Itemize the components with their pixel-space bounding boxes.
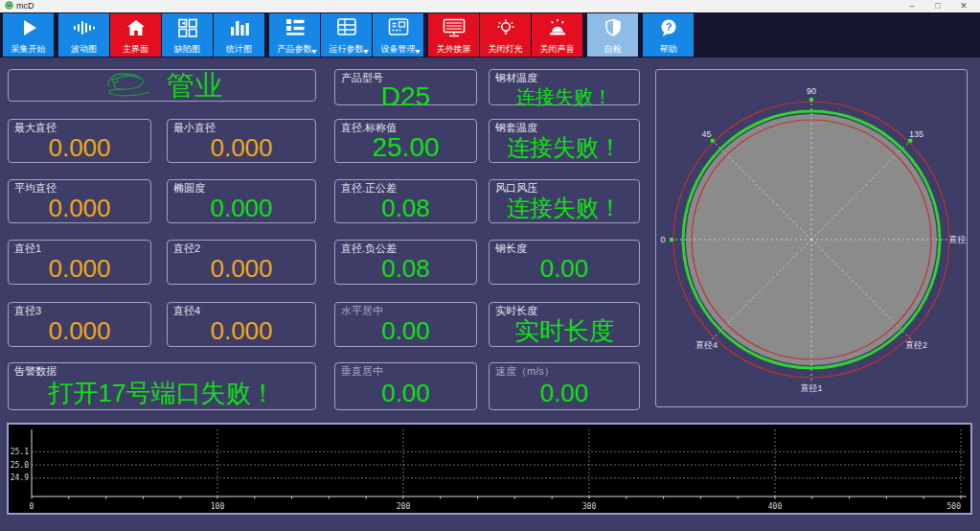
toolbar-button-device-manage[interactable]: 设备管理 xyxy=(373,13,423,57)
svg-text:25.0: 25.0 xyxy=(11,461,29,470)
run-params-icon xyxy=(335,17,358,39)
alarm-message: 打开17号端口失败！ xyxy=(14,378,309,407)
svg-text:100: 100 xyxy=(211,502,225,511)
field-value: 0.08 xyxy=(341,255,470,282)
toolbar-button-collect-start[interactable]: 采集开始 xyxy=(3,13,54,57)
play-icon xyxy=(17,17,40,41)
field-label: 风口风压 xyxy=(495,182,633,195)
window-title: mcD xyxy=(16,0,34,12)
svg-text:?: ? xyxy=(665,21,672,33)
light-bulb-icon xyxy=(494,17,517,41)
field-label: 告警数据 xyxy=(14,365,309,378)
dropdown-caret-icon xyxy=(363,50,369,54)
toolbar-button-self-check[interactable]: 自检 xyxy=(587,13,638,57)
svg-text:25.1: 25.1 xyxy=(11,448,29,456)
minimize-button[interactable]: – xyxy=(906,0,918,12)
field-ovality: 椭圆度 0.000 xyxy=(167,179,316,223)
external-screen-icon xyxy=(442,17,467,41)
svg-text:0: 0 xyxy=(660,235,665,244)
field-vertical-center: 垂直居中 0.00 xyxy=(334,362,477,410)
field-air-pressure: 风口风压 连接失败！ xyxy=(489,179,640,223)
svg-text:400: 400 xyxy=(768,502,783,511)
field-diameter-1: 直径1 0.000 xyxy=(8,240,151,285)
toolbar-button-defect-chart[interactable]: 缺陷图 xyxy=(162,13,213,57)
toolbar-button-stats-chart[interactable]: 统计图 xyxy=(214,13,264,57)
field-product-model: 产品型号 D25 xyxy=(334,69,477,105)
field-value: 0.000 xyxy=(173,255,309,282)
field-value: 0.000 xyxy=(14,255,145,282)
close-button[interactable]: ✕ xyxy=(958,0,969,12)
shield-icon xyxy=(602,17,625,41)
field-value: 0.000 xyxy=(173,134,309,160)
field-value: 0.000 xyxy=(173,317,309,344)
field-diameter-2: 直径2 0.000 xyxy=(167,240,316,285)
bar-chart-icon xyxy=(228,17,251,41)
field-value: 0.000 xyxy=(173,195,309,220)
diameter-trend-panel: 24.925.025.10100200300400500 xyxy=(7,423,972,515)
window-controls: – □ ✕ xyxy=(906,0,975,12)
svg-text:直径1: 直径1 xyxy=(800,383,822,393)
svg-text:45: 45 xyxy=(701,129,711,139)
field-nominal-diameter: 直径.标称值 25.00 xyxy=(334,119,477,163)
field-value: 连接失败！ xyxy=(495,195,633,220)
field-alarm-data: 告警数据 打开17号端口失败！ xyxy=(8,362,316,410)
waveform-icon xyxy=(72,17,97,41)
field-diameter-4: 直径4 0.000 xyxy=(167,302,316,347)
svg-text:500: 500 xyxy=(947,502,962,511)
toolbar-button-main-screen[interactable]: 主界面 xyxy=(110,13,161,57)
device-manage-icon xyxy=(387,17,410,39)
product-params-icon xyxy=(284,17,307,39)
field-label: 速度（m/s） xyxy=(495,365,633,378)
company-name: 管业 xyxy=(167,71,222,100)
toolbar-button-run-params[interactable]: 运行参数 xyxy=(321,13,372,57)
field-value: 实时长度 xyxy=(495,317,633,344)
field-jacket-temperature: 钢套温度 连接失败！ xyxy=(489,119,640,163)
svg-text:135: 135 xyxy=(909,129,923,139)
field-value: 0.00 xyxy=(495,255,633,282)
svg-text:24.9: 24.9 xyxy=(11,473,29,482)
field-value: 0.000 xyxy=(14,317,145,344)
svg-text:90: 90 xyxy=(807,86,816,96)
field-value: 25.00 xyxy=(341,134,470,160)
field-value: 0.000 xyxy=(14,134,145,160)
svg-text:300: 300 xyxy=(582,502,597,511)
field-value: D25 xyxy=(341,84,470,109)
toolbar-button-product-params[interactable]: 产品参数 xyxy=(269,13,320,57)
toolbar-button-close-external-screen[interactable]: 关外接屏 xyxy=(428,13,479,57)
dropdown-caret-icon xyxy=(415,50,421,54)
titlebar: mcD – □ ✕ xyxy=(0,0,980,12)
field-value: 连接失败！ xyxy=(495,134,633,160)
field-max-diameter: 最大直径 0.000 xyxy=(8,119,151,163)
home-icon xyxy=(125,17,148,41)
defect-grid-icon xyxy=(176,17,199,41)
field-diameter-3: 直径3 0.000 xyxy=(8,302,151,347)
field-label: 垂直居中 xyxy=(341,365,470,378)
dropdown-caret-icon xyxy=(311,50,317,54)
cross-section-gauge-panel: 90451350直径3直径2直径1直径4 xyxy=(655,69,968,407)
app-icon xyxy=(5,1,13,12)
svg-text:直径4: 直径4 xyxy=(695,340,718,350)
field-horizontal-center: 水平居中 0.00 xyxy=(334,302,477,347)
toolbar-button-close-light[interactable]: 关闭灯光 xyxy=(480,13,531,57)
svg-text:0: 0 xyxy=(30,502,34,511)
field-value: 0.000 xyxy=(14,195,145,220)
field-realtime-length: 实时长度 实时长度 xyxy=(489,302,640,347)
logo-doodle-icon xyxy=(102,69,165,102)
field-speed: 速度（m/s） 0.00 xyxy=(489,362,640,410)
field-min-diameter: 最小直径 0.000 xyxy=(167,119,316,163)
toolbar: 采集开始 波动图 主界面 缺陷图 统计图 产品参数 运行参数 xyxy=(0,12,980,58)
field-value: 0.00 xyxy=(341,317,470,344)
field-steel-length: 钢长度 0.00 xyxy=(489,240,640,285)
field-label: 钢材温度 xyxy=(495,72,633,84)
field-plus-tolerance: 直径.正公差 0.08 xyxy=(334,179,477,223)
company-logo: 管业 xyxy=(8,69,316,102)
toolbar-button-help[interactable]: ? 帮助 xyxy=(643,13,694,57)
maximize-button[interactable]: □ xyxy=(932,0,944,12)
field-value: 连接失败！ xyxy=(495,84,633,109)
toolbar-button-close-sound[interactable]: 关闭声音 xyxy=(532,13,582,57)
toolbar-button-wave-chart[interactable]: 波动图 xyxy=(58,13,109,57)
svg-text:直径2: 直径2 xyxy=(905,340,927,350)
field-value: 0.00 xyxy=(341,378,470,407)
alarm-siren-icon xyxy=(546,17,569,41)
cross-section-gauge-chart: 90451350直径3直径2直径1直径4 xyxy=(656,70,967,406)
